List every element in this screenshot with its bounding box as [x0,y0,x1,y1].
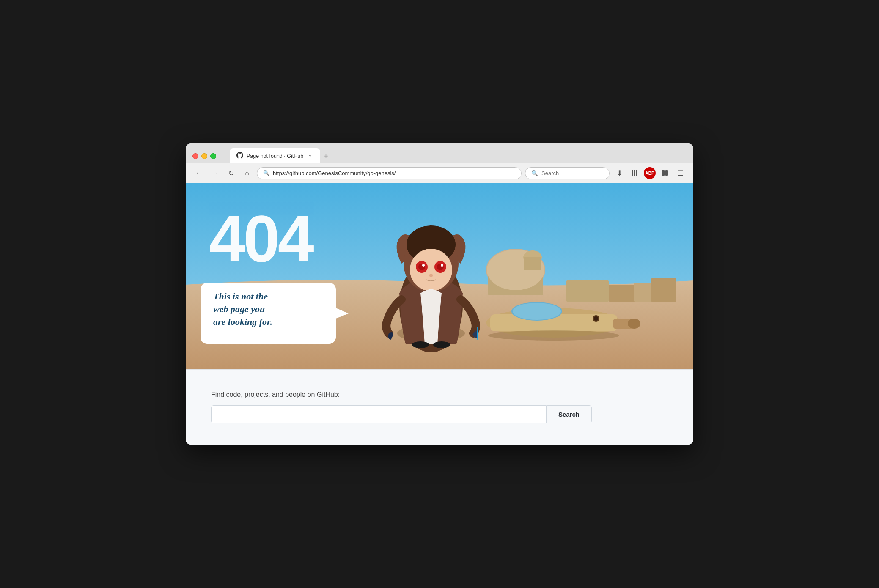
search-form: Search [211,405,592,423]
traffic-light-close[interactable] [192,153,198,159]
github-search-button[interactable]: Search [547,405,592,423]
url-input[interactable] [273,170,515,176]
traffic-light-maximize[interactable] [210,153,216,159]
svg-point-38 [422,264,425,267]
svg-rect-41 [477,327,478,340]
github-favicon-icon [236,152,243,160]
svg-point-43 [433,341,450,348]
svg-point-24 [488,330,619,341]
github-search-input[interactable] [211,405,547,423]
tab-close-button[interactable]: × [307,153,313,159]
svg-rect-14 [651,278,676,302]
abp-icon: ABP [644,167,656,179]
search-section: Find code, projects, and people on GitHu… [186,369,693,445]
svg-rect-0 [632,170,633,176]
svg-rect-11 [566,280,609,302]
svg-rect-2 [636,170,637,176]
traffic-lights [192,153,216,159]
svg-point-23 [594,316,598,321]
svg-rect-1 [634,170,635,176]
svg-point-39 [441,264,443,267]
svg-point-42 [412,341,429,348]
svg-text:404: 404 [209,202,314,275]
svg-point-21 [628,319,640,329]
adblock-button[interactable]: ABP [643,167,656,179]
svg-rect-10 [524,257,541,270]
browser-search-input[interactable] [541,170,603,176]
nav-bar: ← → ↻ ⌂ 🔍 🔍 ⬇ [186,163,693,183]
new-tab-button[interactable]: + [320,149,332,163]
reader-view-button[interactable] [659,167,671,179]
svg-text:are looking for.: are looking for. [213,316,272,327]
home-button[interactable]: ⌂ [241,167,253,179]
tab-bar: Page not found · GitHub × + [223,148,338,163]
address-bar[interactable]: 🔍 [257,167,522,179]
title-bar: Page not found · GitHub × + ← → ↻ ⌂ 🔍 🔍 … [186,143,693,183]
library-icon-button[interactable] [628,167,641,179]
svg-rect-3 [662,170,665,176]
title-bar-top: Page not found · GitHub × + [186,143,693,163]
download-icon-button[interactable]: ⬇ [613,167,626,179]
browser-search-bar[interactable]: 🔍 [525,167,610,179]
forward-button[interactable]: → [209,167,221,179]
tab-title: Page not found · GitHub [247,153,303,159]
svg-point-33 [410,249,452,291]
svg-text:web page you: web page you [213,304,265,314]
search-label: Find code, projects, and people on GitHu… [211,391,668,398]
browser-window: Page not found · GitHub × + ← → ↻ ⌂ 🔍 🔍 … [186,143,693,445]
nav-icons: ⬇ ABP [613,167,687,179]
svg-rect-4 [665,170,668,176]
svg-point-40 [429,274,433,277]
browser-tab[interactable]: Page not found · GitHub × [230,148,320,163]
page-content: 404 This is not the web page you are loo… [186,183,693,445]
svg-text:This is not the: This is not the [213,291,268,302]
back-button[interactable]: ← [192,167,205,179]
hero-section: 404 This is not the web page you are loo… [186,183,693,369]
svg-point-19 [513,303,561,320]
search-icon: 🔍 [263,170,269,176]
reload-button[interactable]: ↻ [225,167,237,179]
search-bar-icon: 🔍 [531,170,538,176]
svg-rect-12 [609,285,638,302]
traffic-light-minimize[interactable] [201,153,207,159]
scene-illustration: 404 This is not the web page you are loo… [186,183,693,369]
menu-button[interactable]: ☰ [674,167,687,179]
